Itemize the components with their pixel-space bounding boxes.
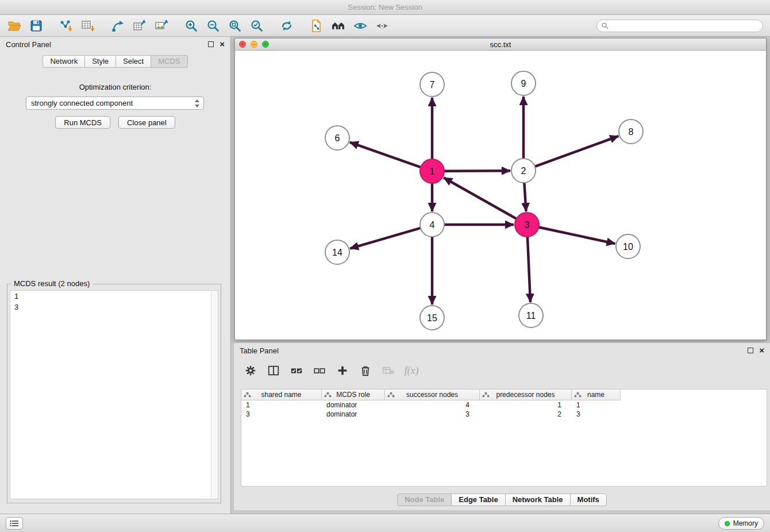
network-view-window[interactable]: × – + scc.txt 7968124310141511	[234, 38, 767, 340]
add-column-button[interactable]	[334, 362, 351, 379]
table-row[interactable]: 3 dominator 3 2 3	[241, 410, 767, 419]
import-table-icon	[81, 19, 95, 33]
graph-edge-2-8[interactable]	[535, 136, 619, 167]
open-folder-button[interactable]	[3, 17, 25, 35]
optimization-criterion-select[interactable]: strongly connected component	[26, 97, 204, 110]
deselect-all-columns-button[interactable]	[311, 362, 328, 379]
criterion-value: strongly connected component	[31, 99, 133, 107]
column-header-successor-nodes[interactable]: successor nodes	[385, 390, 480, 400]
graph-node-10[interactable]: 10	[616, 234, 640, 259]
delete-column-button[interactable]	[357, 362, 374, 379]
graph-edge-3-11[interactable]	[528, 237, 530, 302]
column-header-mcds-role[interactable]: MCDS role	[322, 390, 385, 400]
svg-text:11: 11	[526, 311, 536, 321]
zoom-selected-button[interactable]	[246, 17, 268, 35]
table-header-row: shared name MCDS role successor nodes pr…	[241, 390, 767, 400]
export-image-button[interactable]	[151, 17, 172, 35]
network-window-titlebar[interactable]: × – + scc.txt	[235, 38, 766, 51]
save-button[interactable]	[25, 17, 47, 35]
home-button[interactable]	[328, 17, 349, 35]
minimize-window-icon[interactable]: –	[251, 41, 257, 48]
tab-network-table[interactable]: Network Table	[506, 494, 571, 506]
graph-edge-3-1[interactable]	[444, 178, 517, 218]
mcds-result-list[interactable]: 1 3	[10, 290, 218, 499]
result-line: 3	[10, 302, 218, 313]
graph-node-8[interactable]: 8	[619, 119, 643, 144]
memory-button[interactable]: Memory	[718, 517, 764, 530]
run-mcds-button[interactable]: Run MCDS	[55, 116, 110, 129]
graph-edge-2-3[interactable]	[524, 183, 526, 211]
trash-icon	[359, 364, 372, 377]
fx-icon: f(x)	[405, 365, 419, 377]
zoom-in-button[interactable]	[180, 17, 202, 35]
search-field[interactable]	[596, 20, 763, 32]
search-input[interactable]	[611, 21, 763, 31]
graph-edge-1-6[interactable]	[350, 142, 421, 167]
tab-edge-table[interactable]: Edge Table	[452, 494, 505, 506]
function-builder-button[interactable]: f(x)	[403, 362, 420, 379]
export-table-button[interactable]	[129, 17, 151, 35]
tab-style[interactable]: Style	[85, 55, 116, 68]
graph-node-14[interactable]: 14	[325, 240, 349, 264]
column-header-predecessor-nodes[interactable]: predecessor nodes	[480, 390, 572, 400]
column-header-name[interactable]: name	[572, 390, 621, 400]
graph-node-7[interactable]: 7	[420, 72, 444, 97]
show-hide-details-button[interactable]	[371, 17, 393, 35]
tab-select[interactable]: Select	[116, 55, 151, 68]
close-table-panel-icon[interactable]: ×	[759, 348, 764, 353]
optimization-criterion-label: Optimization criterion:	[0, 83, 230, 91]
column-header-shared-name[interactable]: shared name	[241, 390, 322, 400]
column-type-icon	[244, 392, 251, 398]
close-window-icon[interactable]: ×	[239, 41, 246, 48]
graph-node-9[interactable]: 9	[511, 71, 536, 95]
tab-network[interactable]: Network	[43, 55, 85, 68]
zoom-out-icon	[206, 19, 220, 33]
open-folder-icon	[7, 19, 21, 33]
graph-node-1[interactable]: 1	[420, 159, 444, 183]
zoom-out-button[interactable]	[202, 17, 224, 35]
export-table-icon	[133, 19, 147, 33]
close-panel-button[interactable]: Close panel	[118, 116, 175, 129]
graph-edge-4-14[interactable]	[350, 228, 421, 249]
maximize-window-icon[interactable]: +	[262, 41, 269, 48]
export-network-button[interactable]	[107, 17, 129, 35]
main-toolbar	[0, 15, 770, 37]
graph-node-6[interactable]: 6	[325, 126, 349, 150]
select-all-columns-button[interactable]	[288, 362, 305, 379]
import-table-button[interactable]	[77, 17, 99, 35]
graph-edge-3-10[interactable]	[539, 227, 615, 244]
table-panel: Table Panel ×	[233, 342, 770, 510]
deselect-all-icon	[313, 364, 326, 377]
graph-node-15[interactable]: 15	[420, 306, 444, 330]
graph-node-3[interactable]: 3	[515, 213, 539, 237]
graph-node-4[interactable]: 4	[420, 213, 444, 237]
open-network-file-button[interactable]	[306, 17, 328, 35]
table-settings-button[interactable]	[242, 362, 259, 379]
tab-motifs[interactable]: Motifs	[571, 494, 607, 506]
refresh-button[interactable]	[276, 17, 298, 35]
result-scrollbar[interactable]	[211, 291, 218, 499]
table-row[interactable]: 1 dominator 4 1 1	[241, 400, 767, 410]
graph-edge-1-2[interactable]	[444, 171, 510, 171]
delete-table-button[interactable]	[380, 362, 397, 379]
import-network-button[interactable]	[55, 17, 77, 35]
tab-mcds[interactable]: MCDS	[151, 55, 187, 68]
show-columns-button[interactable]	[265, 362, 282, 379]
network-canvas[interactable]: 7968124310141511	[235, 51, 766, 340]
close-panel-icon[interactable]: ×	[220, 41, 225, 47]
mcds-result-title: MCDS result (2 nodes)	[11, 279, 93, 288]
svg-text:2: 2	[521, 166, 526, 176]
tab-node-table[interactable]: Node Table	[397, 494, 452, 506]
app-titlebar[interactable]: Session: New Session	[0, 0, 770, 15]
task-history-button[interactable]	[6, 517, 23, 530]
export-network-icon	[111, 19, 125, 33]
graph-node-2[interactable]: 2	[511, 159, 536, 183]
refresh-icon	[280, 19, 294, 33]
cell-mcds-role: dominator	[322, 400, 385, 410]
zoom-fit-button[interactable]	[224, 17, 246, 35]
svg-text:4: 4	[430, 220, 435, 230]
graph-node-11[interactable]: 11	[519, 303, 543, 327]
style-preview-button[interactable]	[349, 17, 371, 35]
float-panel-icon[interactable]	[208, 41, 214, 47]
float-table-panel-icon[interactable]	[748, 348, 753, 353]
